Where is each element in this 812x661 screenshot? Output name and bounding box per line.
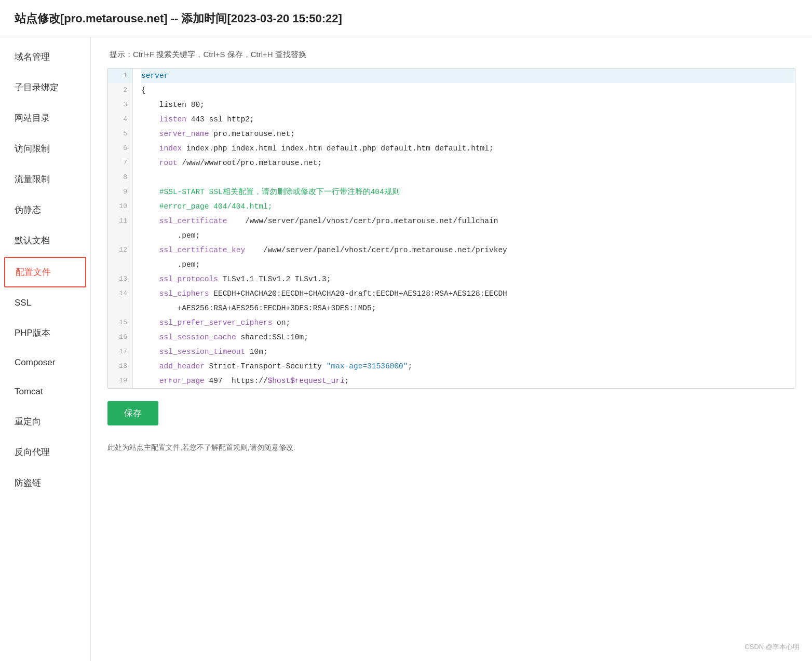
- code-line: server: [141, 68, 795, 83]
- code-line: ssl_ciphers EECDH+CHACHA20:EECDH+CHACHA2…: [141, 286, 795, 301]
- sidebar: 域名管理子目录绑定网站目录访问限制流量限制伪静态默认文档配置文件SSLPHP版本…: [0, 37, 91, 661]
- code-line: ssl_session_cache shared:SSL:10m;: [141, 330, 795, 345]
- sidebar-item-default-doc[interactable]: 默认文档: [0, 225, 90, 256]
- footer-note: 此处为站点主配置文件,若您不了解配置规则,请勿随意修改.: [107, 443, 795, 452]
- sidebar-item-composer[interactable]: Composer: [0, 348, 90, 377]
- code-line: listen 80;: [141, 98, 795, 112]
- code-line: index index.php index.html index.htm def…: [141, 141, 795, 156]
- sidebar-item-pseudostatic[interactable]: 伪静态: [0, 195, 90, 225]
- sidebar-item-reverse-proxy[interactable]: 反向代理: [0, 437, 90, 467]
- sidebar-item-domain[interactable]: 域名管理: [0, 42, 90, 72]
- sidebar-item-tomcat[interactable]: Tomcat: [0, 377, 90, 406]
- sidebar-item-php-version[interactable]: PHP版本: [0, 318, 90, 348]
- code-line: #error_page 404/404.html;: [141, 199, 795, 214]
- code-line: ssl_session_timeout 10m;: [141, 345, 795, 359]
- code-line: ssl_prefer_server_ciphers on;: [141, 315, 795, 330]
- code-line: ssl_certificate_key /www/server/panel/vh…: [141, 243, 795, 257]
- sidebar-item-webroot[interactable]: 网站目录: [0, 103, 90, 133]
- code-line: +AES256:RSA+AES256:EECDH+3DES:RSA+3DES:!…: [141, 301, 795, 315]
- page-title: 站点修改[pro.metarouse.net] -- 添加时间[2023-03-…: [15, 11, 342, 26]
- sidebar-item-subdir[interactable]: 子目录绑定: [0, 72, 90, 103]
- hint-text: 提示：Ctrl+F 搜索关键字，Ctrl+S 保存，Ctrl+H 查找替换: [107, 50, 795, 60]
- sidebar-item-redirect[interactable]: 重定向: [0, 406, 90, 437]
- code-line: {: [141, 83, 795, 98]
- code-line: listen 443 ssl http2;: [141, 112, 795, 127]
- code-line: error_page 497 https://$host$request_uri…: [141, 374, 795, 388]
- code-line: #SSL-START SSL相关配置，请勿删除或修改下一行带注释的404规则: [141, 185, 795, 199]
- sidebar-item-traffic[interactable]: 流量限制: [0, 164, 90, 195]
- watermark: CSDN @李本心明: [745, 642, 800, 652]
- code-lines[interactable]: server{ listen 80; listen 443 ssl http2;…: [133, 68, 795, 388]
- code-content[interactable]: 12345678910111213141516171819 server{ li…: [108, 68, 795, 388]
- code-line: [141, 170, 795, 185]
- line-numbers: 12345678910111213141516171819: [108, 68, 133, 388]
- code-line: server_name pro.metarouse.net;: [141, 127, 795, 141]
- code-line: .pem;: [141, 228, 795, 243]
- save-button[interactable]: 保存: [107, 401, 158, 425]
- code-line: root /www/wwwroot/pro.metarouse.net;: [141, 156, 795, 170]
- main-content: 提示：Ctrl+F 搜索关键字，Ctrl+S 保存，Ctrl+H 查找替换 12…: [91, 37, 812, 661]
- sidebar-item-hotlink[interactable]: 防盗链: [0, 467, 90, 498]
- code-line: ssl_protocols TLSv1.1 TLSv1.2 TLSv1.3;: [141, 272, 795, 286]
- sidebar-item-access[interactable]: 访问限制: [0, 133, 90, 164]
- sidebar-item-config-file[interactable]: 配置文件: [4, 257, 86, 287]
- sidebar-item-ssl[interactable]: SSL: [0, 288, 90, 318]
- code-line: add_header Strict-Transport-Security "ma…: [141, 359, 795, 374]
- code-line: .pem;: [141, 257, 795, 272]
- code-line: ssl_certificate /www/server/panel/vhost/…: [141, 214, 795, 228]
- code-editor[interactable]: 12345678910111213141516171819 server{ li…: [107, 68, 795, 389]
